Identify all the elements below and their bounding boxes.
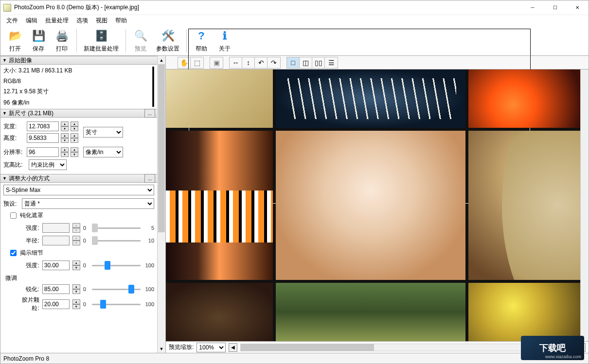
aspect-label: 宽高比: bbox=[3, 161, 27, 169]
menu-options[interactable]: 选项 bbox=[73, 16, 91, 26]
reveal-checkbox[interactable] bbox=[10, 250, 17, 256]
reveal-up[interactable]: ▲ bbox=[72, 260, 80, 265]
preview-vscrollbar[interactable] bbox=[580, 69, 589, 341]
save-icon: 💾 bbox=[31, 28, 46, 44]
resize-method-select[interactable]: S-Spline Max bbox=[3, 185, 154, 195]
section-original-image[interactable]: ▼原始图像 bbox=[0, 56, 157, 65]
res-up[interactable]: ▲ bbox=[61, 147, 69, 152]
unsharp-radius-label: 半径: bbox=[18, 237, 39, 245]
original-dpi: 96 像素/in bbox=[3, 99, 152, 107]
width-link-down[interactable]: ▼ bbox=[71, 126, 78, 131]
reveal-intensity-label: 强度: bbox=[18, 261, 39, 270]
reveal-label: 揭示细节 bbox=[20, 249, 43, 257]
tools-icon: 🛠️ bbox=[160, 28, 176, 44]
unsharp-radius-input bbox=[42, 236, 70, 245]
params-button[interactable]: 🛠️参数设置 bbox=[152, 27, 183, 55]
original-dimensions: 12.71 x 9.58 英寸 bbox=[3, 87, 152, 96]
height-label: 高度: bbox=[3, 134, 25, 142]
app-icon bbox=[3, 4, 11, 12]
zoom-out-button[interactable]: ◀ bbox=[229, 343, 237, 352]
section-resize-method[interactable]: ▼调整大小的方式... bbox=[0, 174, 157, 183]
sharpen-up[interactable]: ▲ bbox=[72, 284, 80, 289]
minimize-button[interactable]: ─ bbox=[521, 0, 544, 15]
preview-area: ✋ ⬚ ▣ ↔ ↕ ↶ ↷ □ ◫ ▯▯ ☰ bbox=[166, 56, 589, 353]
original-size: 大小: 3.21 MB / 863.11 KB bbox=[3, 67, 152, 75]
printer-icon: 🖨️ bbox=[54, 28, 70, 44]
grain-up[interactable]: ▲ bbox=[72, 299, 80, 304]
menu-file[interactable]: 文件 bbox=[3, 16, 21, 26]
unsharp-label: 钝化遮罩 bbox=[20, 211, 43, 220]
unsharp-intensity-input bbox=[42, 223, 70, 233]
section-new-size[interactable]: ▼新尺寸 (3.21 MB)... bbox=[0, 109, 157, 118]
newsize-options-button[interactable]: ... bbox=[144, 109, 155, 118]
crop-tool-button[interactable]: ▣ bbox=[210, 57, 223, 68]
status-text: PhotoZoom Pro 8 bbox=[3, 355, 49, 362]
finetune-label: 微调 bbox=[5, 274, 154, 282]
unsharp-intensity-slider bbox=[92, 223, 141, 233]
grain-slider[interactable] bbox=[92, 299, 141, 309]
menu-view[interactable]: 视图 bbox=[93, 16, 110, 26]
zoom-label: 预览缩放: bbox=[169, 343, 194, 351]
height-up[interactable]: ▲ bbox=[61, 133, 69, 138]
height-link-up[interactable]: ▲ bbox=[71, 133, 78, 138]
res-down2[interactable]: ▼ bbox=[71, 152, 78, 157]
new-batch-button[interactable]: 🗄️新建批量处理 bbox=[80, 27, 123, 55]
unsharp-checkbox[interactable] bbox=[10, 212, 17, 219]
save-button[interactable]: 💾保存 bbox=[27, 27, 50, 55]
resolution-unit-select[interactable]: 像素/in bbox=[83, 147, 123, 157]
size-unit-select[interactable]: 英寸 bbox=[83, 127, 123, 138]
zoom-select[interactable]: 100% bbox=[196, 343, 226, 352]
resize-options-button[interactable]: ... bbox=[144, 174, 155, 183]
navigator-thumbnail[interactable] bbox=[152, 67, 154, 107]
reveal-intensity-input[interactable] bbox=[42, 260, 70, 270]
height-input[interactable] bbox=[27, 133, 59, 143]
menu-batch[interactable]: 批量处理 bbox=[42, 16, 71, 26]
folder-open-icon: 📂 bbox=[7, 28, 23, 44]
batch-icon: 🗄️ bbox=[93, 28, 109, 44]
height-down[interactable]: ▼ bbox=[61, 138, 69, 143]
menu-edit[interactable]: 编辑 bbox=[23, 16, 40, 26]
titlebar: PhotoZoom Pro 8.0 (Demo 版本) - [example.j… bbox=[0, 0, 589, 15]
unsharp-intensity-label: 强度: bbox=[18, 224, 39, 232]
res-down[interactable]: ▼ bbox=[61, 152, 69, 157]
width-link-up[interactable]: ▲ bbox=[71, 121, 78, 126]
sharpen-input[interactable] bbox=[42, 284, 70, 294]
menu-help[interactable]: 帮助 bbox=[112, 16, 130, 26]
width-label: 宽度: bbox=[3, 122, 25, 131]
resolution-input[interactable] bbox=[27, 147, 59, 157]
open-button[interactable]: 📂打开 bbox=[3, 27, 27, 55]
settings-panel: ▼原始图像 大小: 3.21 MB / 863.11 KB RGB/8 12.7… bbox=[0, 56, 166, 353]
preview-canvas[interactable] bbox=[166, 69, 580, 341]
res-up2[interactable]: ▲ bbox=[71, 147, 78, 152]
window-title: PhotoZoom Pro 8.0 (Demo 版本) - [example.j… bbox=[14, 3, 521, 12]
resolution-label: 分辨率: bbox=[3, 148, 25, 156]
maximize-button[interactable]: ☐ bbox=[544, 0, 566, 15]
statusbar: PhotoZoom Pro 8 bbox=[0, 353, 589, 364]
original-colormode: RGB/8 bbox=[3, 78, 152, 85]
aspect-select[interactable]: 约束比例 bbox=[29, 159, 67, 170]
magnifier-icon: 🔍 bbox=[133, 28, 148, 44]
grain-down[interactable]: ▼ bbox=[72, 304, 80, 309]
grain-input[interactable] bbox=[42, 299, 70, 309]
width-up[interactable]: ▲ bbox=[61, 121, 69, 126]
close-button[interactable]: ✕ bbox=[566, 0, 589, 15]
height-link-down[interactable]: ▼ bbox=[71, 138, 78, 143]
reveal-down[interactable]: ▼ bbox=[72, 265, 80, 270]
preset-label: 预设: bbox=[3, 200, 20, 208]
sharpen-down[interactable]: ▼ bbox=[72, 289, 80, 294]
watermark: 下载吧 www.xiazaiba.com bbox=[521, 336, 584, 360]
width-input[interactable] bbox=[27, 121, 59, 131]
panel-scrollbar[interactable]: ▲▼ bbox=[157, 56, 165, 353]
reveal-intensity-slider[interactable] bbox=[92, 260, 141, 270]
sharpen-slider[interactable] bbox=[92, 284, 141, 294]
print-button[interactable]: 🖨️打印 bbox=[50, 27, 73, 55]
width-down[interactable]: ▼ bbox=[61, 126, 69, 131]
sharpen-label: 锐化: bbox=[18, 285, 39, 294]
grain-label: 胶片颗粒: bbox=[18, 296, 39, 312]
preset-select[interactable]: 普通 * bbox=[22, 198, 154, 209]
unsharp-radius-slider bbox=[92, 236, 141, 245]
menubar: 文件 编辑 批量处理 选项 视图 帮助 bbox=[0, 15, 589, 26]
preview-button[interactable]: 🔍预览 bbox=[129, 27, 152, 55]
